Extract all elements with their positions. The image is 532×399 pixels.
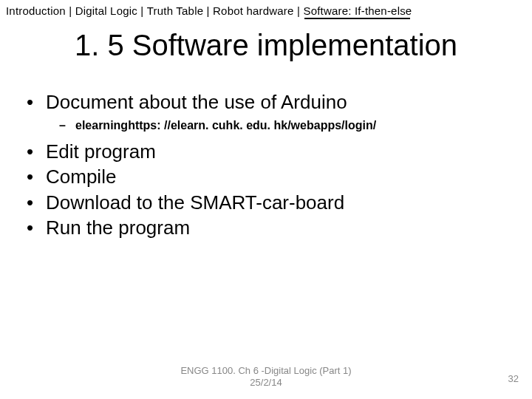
- breadcrumb-item: Digital Logic: [75, 4, 137, 17]
- footer-date: 25/2/14: [0, 377, 532, 389]
- bullet-dot-icon: •: [25, 140, 46, 164]
- footer-course: ENGG 1100. Ch 6 -Digital Logic (Part 1): [0, 365, 532, 377]
- bullet-text: Edit program: [46, 140, 156, 164]
- slide-title: 1. 5 Software implementation: [0, 29, 532, 62]
- breadcrumb-item: Introduction: [6, 4, 66, 17]
- bullet-dot-icon: •: [25, 90, 46, 115]
- bullet-text: Compile: [46, 165, 116, 189]
- bullet-text: Download to the SMART-car-board: [46, 191, 344, 215]
- breadcrumb-item: Truth Table: [147, 4, 203, 17]
- bullet-dot-icon: •: [25, 191, 46, 215]
- bullet-item: •Document about the use of Arduino: [25, 90, 532, 115]
- bullet-text: Run the program: [46, 216, 190, 240]
- bullet-dot-icon: •: [25, 216, 46, 240]
- bullet-item: •Edit program: [25, 140, 532, 164]
- footer-center: ENGG 1100. Ch 6 -Digital Logic (Part 1) …: [0, 365, 532, 389]
- dash-icon: –: [59, 119, 75, 132]
- bullet-dot-icon: •: [25, 165, 46, 189]
- bullet-text: Document about the use of Arduino: [46, 90, 347, 115]
- sub-bullet-item: –elearninghttps: //elearn. cuhk. edu. hk…: [25, 119, 532, 132]
- slide-content: •Document about the use of Arduino–elear…: [0, 90, 532, 240]
- page-number: 32: [508, 373, 519, 384]
- breadcrumb-nav: Introduction | Digital Logic | Truth Tab…: [0, 0, 532, 18]
- bullet-item: •Download to the SMART-car-board: [25, 191, 532, 215]
- breadcrumb-item: Robot hardware: [213, 4, 294, 17]
- sub-bullet-text: elearninghttps: //elearn. cuhk. edu. hk/…: [75, 119, 376, 132]
- bullet-item: •Compile: [25, 165, 532, 189]
- bullet-item: •Run the program: [25, 216, 532, 240]
- breadcrumb-item: Software: If-then-else: [303, 4, 412, 17]
